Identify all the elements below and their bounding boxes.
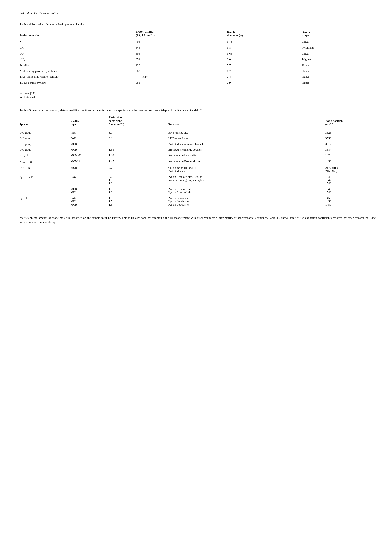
proton-collidine: 975–980b) [136,74,227,80]
table-row: Pyr : L FAUMFIMOR 1.51.51.5 Pyr on Lewis… [20,195,376,208]
table4-col-probe: Probe molecule [20,28,136,39]
species-pyrl: Pyr : L [20,195,70,208]
species-ohmor1: OH group [20,141,70,147]
extinction-pyrhb-fau: 3.01.81.3 [109,174,168,186]
band-ohfau1: 3625 [325,128,376,136]
table-row: PyrH+ → B FAU 3.01.81.3 Pyr on Brønsted … [20,174,376,186]
kinetic-lutidine: 6.7 [227,68,302,74]
zeolite-ohfau2: FAU [70,136,109,141]
species-ohfau1: OH group [20,128,70,136]
geom-py: Planar [302,63,376,68]
remarks-cob: CO bound to HF and LFBrønsted sites [168,165,325,174]
species-pyrhb: PyrH+ → B [20,174,70,186]
zeolite-nh3l: MCM-41 [70,153,109,159]
remarks-ohfau1: HF Brønsted site [168,128,325,136]
kinetic-n2: 3.76 [227,39,302,45]
probe-ch4: CH4 [20,45,136,51]
extinction-cob: 2.7 [109,165,168,174]
page-header: 126 4 Zeolite Characterization [20,12,376,15]
species-nh4b: NH4+ → B [20,159,70,165]
table5-col-extinction: Extinctioncoefficient(cm mmol−1) [109,114,168,128]
table4-caption-text: Properties of common basic probe molecul… [31,23,85,26]
table5-col-species: Species [20,114,70,128]
extinction-pyrl: 1.51.51.5 [109,195,168,208]
table4-caption: Table 4.4 Properties of common basic pro… [20,23,376,26]
kinetic-ch4: 3.8 [227,45,302,51]
table4-footnotes: a) From [140]. b) Estimated. [20,92,376,99]
band-ohmor2: 3584 [325,147,376,153]
remarks-nh4b: Ammonia on Brønsted site [168,159,325,165]
page-title: 4 Zeolite Characterization [28,12,58,15]
zeolite-ohmor1: MOR [70,141,109,147]
extinction-ohfau2: 3.1 [109,136,168,141]
table-row: CO → B MOR 2.7 CO bound to HF and LFBrøn… [20,165,376,174]
species-ohmor2: OH group [20,147,70,153]
species-nh3l: NH3 : L [20,153,70,159]
table-row: NH3 : L MCM-41 1.98 Ammonia on Lewis sit… [20,153,376,159]
table4-caption-label: Table 4.4 [20,23,31,26]
extinction-ohmor1: 8.5 [109,141,168,147]
table-row: CO 594 3.64 Linear [20,51,376,56]
footnote-a: a) From [140]. [20,92,376,95]
footnote-b-label: b) Estimated. [20,96,35,99]
table4: Probe molecule Proton affinity(PA; kJ mo… [20,28,376,86]
geom-co: Linear [302,51,376,56]
table-row: NH3 854 3.0 Trigonal [20,56,376,63]
kinetic-collidine: 7.4 [227,74,302,80]
table-row: OH group MOR 8.5 Brønsted site in main c… [20,141,376,147]
geom-nh3: Trigonal [302,56,376,63]
remarks-ohfau2: LF Brønsted site [168,136,325,141]
probe-collidine: 2,4,6-Trimethylpyridine (collidine) [20,74,136,80]
species-cob: CO → B [20,165,70,174]
proton-py: 930 [136,63,227,68]
species-ohfau2: OH group [20,136,70,141]
band-ohmor1: 3612 [325,141,376,147]
table5-col-zeolite: Zeolitetype [70,114,109,128]
proton-lutidine: 963 [136,68,227,74]
remarks-ohmor2: Brønsted site in side pockets [168,147,325,153]
extinction-ohfau1: 3.1 [109,128,168,136]
proton-dibutyl: 983 [136,80,227,86]
remarks-pyrhb-fau: Pyr on Brønsted site. Resultsfrom differ… [168,174,325,186]
band-pyrhb-mormfi: 15401540 [325,186,376,195]
proton-co: 594 [136,51,227,56]
zeolite-pyrl: FAUMFIMOR [70,195,109,208]
proton-nh3: 854 [136,56,227,63]
band-pyrhb-fau: 154015421540 [325,174,376,186]
table-row: N2 494 3.76 Linear [20,39,376,45]
kinetic-dibutyl: 7.9 [227,80,302,86]
band-pyrl: 145014501450 [325,195,376,208]
probe-lutidine: 2,6-Dimethylpyridine (lutidine) [20,68,136,74]
table5-col-remarks: Remarks [168,114,325,128]
zeolite-ohfau1: FAU [70,128,109,136]
table5-caption-label: Table 4.5 [20,109,31,112]
geom-collidine: Planar [302,74,376,80]
table-row: 2,6-Di-t-butyl-pyridine 983 7.9 Planar [20,80,376,86]
table-row: Pyridine 930 5.7 Planar [20,63,376,68]
table5-caption-text: Selected experimentally determined IR ex… [31,109,205,112]
footnote-a-label: a) From [140]. [20,92,37,95]
geom-ch4: Pyramidal [302,45,376,51]
band-nh3l: 1620 [325,153,376,159]
probe-py: Pyridine [20,63,136,68]
zeolite-ohmor2: MOR [70,147,109,153]
footnote-b: b) Estimated. [20,96,376,99]
zeolite-pyrhb-mormfi: MORMFI [70,186,109,195]
geom-dibutyl: Planar [302,80,376,86]
table-row: OH group FAU 3.1 HF Brønsted site 3625 [20,128,376,136]
band-nh4b: 1450 [325,159,376,165]
zeolite-pyrhb-fau: FAU [70,174,109,186]
remarks-nh3l: Ammonia on Lewis site [168,153,325,159]
table-row: MORMFI 1.81.3 Pyr on Brønsted site.Pyr o… [20,186,376,195]
geom-lutidine: Planar [302,68,376,74]
probe-nh3: NH3 [20,56,136,63]
band-cob: 2177 (HF)2169 (LF) [325,165,376,174]
geom-n2: Linear [302,39,376,45]
kinetic-co: 3.64 [227,51,302,56]
table4-col-kinetic: Kineticdiameter (Å) [227,28,302,39]
species-pyrhb-empty [20,186,70,195]
kinetic-nh3: 3.0 [227,56,302,63]
table5-col-band: Band position(cm−1) [325,114,376,128]
zeolite-nh4b: MCM-41 [70,159,109,165]
table5-caption: Table 4.5 Selected experimentally determ… [20,109,376,112]
